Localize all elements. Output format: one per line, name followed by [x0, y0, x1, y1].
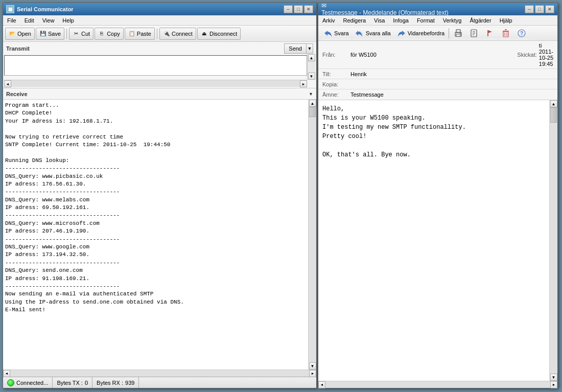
transmit-hscroll-right[interactable]: ► — [300, 80, 307, 87]
serial-window-controls: – □ ✕ — [284, 5, 313, 13]
email-menu-verktyg[interactable]: Verktyg — [439, 16, 466, 25]
save-icon: 💾 — [39, 30, 46, 37]
email-scroll-down[interactable]: ▼ — [550, 374, 557, 381]
vidarebefordra-button[interactable]: Vidarebefordra — [394, 27, 448, 39]
email-menu-hjalp[interactable]: Hjälp — [496, 16, 517, 25]
connect-button[interactable]: 🔌 Connect — [159, 28, 196, 40]
serial-menu-edit[interactable]: Edit — [20, 16, 38, 25]
to-label: Till: — [322, 71, 350, 77]
subject-value: Testmessage — [350, 91, 553, 98]
email-hscroll-track — [325, 381, 550, 388]
email-menu-visa[interactable]: Visa — [370, 16, 389, 25]
email-toolbar-btn-5[interactable] — [466, 27, 482, 39]
email-window: ✉ Testmessage - Meddelande (Oformaterad … — [318, 3, 558, 388]
save-button[interactable]: 💾 Save — [36, 28, 64, 40]
transmit-header: Transmit Send ▼ — [4, 43, 315, 54]
send-button[interactable]: Send — [284, 43, 306, 54]
transmit-input[interactable] — [4, 55, 307, 76]
serial-communicator-window: ▦ Serial Communicator – □ ✕ File Edit Vi… — [3, 3, 317, 388]
receive-header: Receive ▼ — [3, 88, 316, 100]
open-button[interactable]: 📂 Open — [5, 28, 35, 40]
disconnect-button[interactable]: ⏏ Disconnect — [197, 28, 241, 40]
copy-button[interactable]: ⎘ Copy — [95, 28, 124, 40]
svg-rect-10 — [503, 32, 508, 37]
receive-hscroll-left[interactable]: ◄ — [3, 370, 10, 377]
transmit-vscroll: ▲ ▼ — [307, 54, 315, 80]
email-menu-infoga[interactable]: Infoga — [389, 16, 413, 25]
send-dropdown-button[interactable]: ▼ — [306, 43, 313, 54]
transmit-scroll-up[interactable]: ▲ — [308, 54, 315, 61]
from-row: Från: för W5100 Skickat: ti 2011-10-25 1… — [318, 41, 557, 69]
subject-label: Ämne: — [322, 91, 350, 98]
help-button[interactable]: ? — [514, 27, 529, 39]
receive-scroll-up[interactable]: ▲ — [309, 100, 316, 107]
serial-menu-file[interactable]: File — [3, 16, 20, 25]
serial-minimize-btn[interactable]: – — [284, 5, 293, 13]
email-hscroll-right[interactable]: ► — [550, 381, 557, 388]
receive-hscroll-track — [10, 370, 309, 377]
receive-hscroll: ◄ ► — [3, 370, 316, 377]
svg-text:?: ? — [520, 31, 523, 36]
status-connected-segment: Connected... — [3, 377, 53, 388]
email-title-left: ✉ Testmessage - Meddelande (Oformaterad … — [321, 2, 449, 16]
email-scroll-up[interactable]: ▲ — [550, 100, 557, 107]
transmit-hscroll: ◄ ► — [4, 80, 307, 87]
transmit-hscroll-track — [11, 80, 300, 87]
cut-button[interactable]: ✂ Cut — [69, 28, 93, 40]
email-toolbar-btn-6[interactable] — [482, 27, 498, 39]
connected-indicator — [7, 379, 14, 386]
serial-menu-view[interactable]: View — [38, 16, 59, 25]
email-scroll-thumb[interactable] — [550, 107, 557, 123]
email-maximize-btn[interactable]: □ — [535, 5, 544, 13]
receive-section: Receive ▼ Program start... DHCP Complete… — [3, 88, 316, 377]
email-hscroll: ◄ ► — [318, 381, 557, 388]
delete-icon — [501, 28, 511, 38]
serial-close-btn[interactable]: ✕ — [304, 5, 313, 13]
bytes-rx-label: Bytes RX : — [97, 380, 123, 386]
email-scroll-track — [550, 107, 557, 374]
bytes-rx-value: 939 — [125, 380, 134, 386]
email-close-btn[interactable]: ✕ — [545, 5, 554, 13]
from-label: Från: — [322, 52, 350, 58]
cc-label: Kopia: — [322, 81, 350, 87]
email-menu-redigera[interactable]: Redigera — [339, 16, 370, 25]
svg-marker-9 — [488, 30, 492, 33]
status-rx-segment: Bytes RX : 939 — [92, 377, 139, 388]
receive-scroll-down[interactable]: ▼ — [309, 362, 316, 370]
email-menu-atgarder[interactable]: Åtgärder — [465, 16, 495, 25]
email-help-icon: ? — [517, 28, 527, 38]
transmit-section: Transmit Send ▼ ▲ ▼ ◄ ► — [3, 42, 316, 88]
print-button[interactable] — [451, 27, 466, 39]
svara-button[interactable]: Svara — [320, 27, 352, 39]
receive-vscroll-thumb[interactable] — [309, 107, 316, 117]
email-minimize-btn[interactable]: – — [525, 5, 534, 13]
serial-status-bar: Connected... Bytes TX : 0 Bytes RX : 939 — [3, 377, 316, 388]
serial-titlebar: ▦ Serial Communicator – □ ✕ — [3, 3, 316, 15]
email-hscroll-left[interactable]: ◄ — [318, 381, 325, 388]
connected-text: Connected... — [16, 380, 48, 386]
paste-button[interactable]: 📋 Paste — [125, 28, 155, 40]
transmit-hscroll-left[interactable]: ◄ — [4, 80, 11, 87]
receive-hscroll-right[interactable]: ► — [309, 370, 316, 377]
receive-textarea[interactable]: Program start... DHCP Complete! Your IP … — [3, 100, 308, 370]
svara-alla-button[interactable]: Svara alla — [352, 27, 393, 39]
print-icon — [453, 28, 463, 38]
serial-menu-help[interactable]: Help — [58, 16, 78, 25]
email-menu-arkiv[interactable]: Arkiv — [318, 16, 339, 25]
send-btn-group: Send ▼ — [284, 43, 313, 54]
to-value: Henrik — [350, 71, 553, 77]
open-icon: 📂 — [9, 30, 16, 37]
sent-value: ti 2011-10-25 19:45 — [539, 42, 553, 67]
cc-row: Kopia: — [318, 79, 557, 89]
email-titlebar: ✉ Testmessage - Meddelande (Oformaterad … — [318, 3, 557, 15]
bytes-tx-value: 0 — [85, 380, 88, 386]
address-book-icon — [469, 28, 479, 38]
bytes-tx-label: Bytes TX : — [57, 380, 83, 386]
serial-maximize-btn[interactable]: □ — [294, 5, 303, 13]
delete-button[interactable] — [498, 27, 513, 39]
email-body-content: Hello, This is your W5100 speaking. I'm … — [318, 100, 549, 381]
flag-icon — [485, 28, 495, 38]
email-menu-format[interactable]: Format — [413, 16, 439, 25]
transmit-scroll-down[interactable]: ▼ — [308, 73, 315, 80]
receive-dropdown-btn[interactable]: ▼ — [309, 91, 313, 97]
